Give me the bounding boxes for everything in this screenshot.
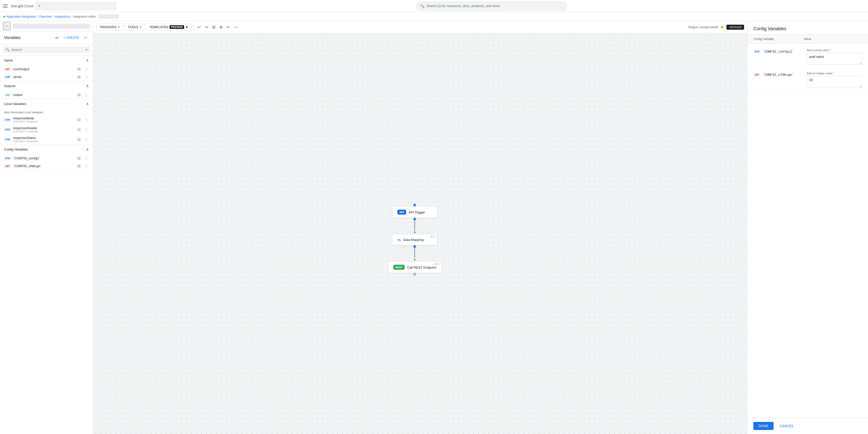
var-count: 0 (76, 93, 82, 97)
panel-title: Config Variables (747, 21, 868, 35)
config-rows: STR `CONFIG_confgi1` Add a string value … (747, 43, 868, 418)
tasks-button[interactable]: TASKS ▼ (124, 24, 145, 31)
data-mapping-icon: ⇆ (398, 237, 401, 242)
cancel-button[interactable]: CANCEL (777, 422, 797, 430)
type-badge-str: STR (4, 138, 11, 141)
var-menu-icon[interactable]: ⋮ (84, 67, 89, 71)
connector-arrow-icon: ▼ (413, 231, 416, 234)
toolbar-separator (194, 24, 194, 30)
var-name: numOutput (13, 67, 74, 71)
inputs-collapse-icon: ∧ (86, 58, 89, 63)
config-value-input-1[interactable]: asdf sdvm (807, 53, 862, 65)
node-connection-dot (413, 245, 416, 248)
search-input[interactable] (11, 48, 83, 52)
local-vars-section-header[interactable]: Local Variables ∧ (0, 99, 93, 109)
list-item: {J} output 0 ⋮ (0, 91, 93, 99)
type-badge-str: STR (4, 128, 11, 131)
sidebar-title: Variables (4, 35, 21, 40)
outputs-section-header[interactable]: Outputs ∧ (0, 81, 93, 91)
integration-name-placeholder (12, 24, 90, 29)
config-vars-label: Config Variables (4, 147, 28, 151)
transfer-icon[interactable]: ⇌ (54, 34, 59, 41)
region-label: Region: europe-west4 (688, 26, 718, 29)
auto-generated-label: Auto Generated Local Variables (0, 109, 93, 115)
templates-button[interactable]: TEMPLATES PREVIEW ▼ (146, 24, 191, 31)
create-variable-button[interactable]: + CREATE (61, 35, 81, 40)
sidebar: ← Variables ⇌ + CREATE ⊢ 🔍 ≡ Inputs (0, 21, 93, 434)
breadcrumb-app-integration[interactable]: Application Integration (6, 15, 36, 19)
config-value-input-2[interactable]: 10 (807, 76, 862, 88)
var-menu-icon[interactable]: ⋮ (84, 117, 89, 122)
breadcrumb-name (99, 14, 119, 19)
config-var-info-1: STR `CONFIG_confgi1` (753, 48, 804, 54)
collapse-sidebar-icon[interactable]: ⊢ (83, 34, 89, 41)
var-name: `CONFIG_sfdbcgn` (13, 164, 74, 168)
global-search-placeholder: Search (/) for resources, docs, products… (427, 4, 499, 8)
list-item: INT `CONFIG_sfdbcgn` 0 ⋮ (0, 162, 93, 170)
minus-button[interactable]: — (232, 24, 240, 31)
col-config-variable: Config Variable (753, 37, 804, 41)
search-input-wrap: 🔍 ≡ (3, 46, 90, 53)
rest-badge: REST (393, 265, 405, 270)
filter-icon[interactable]: ≡ (85, 48, 87, 52)
layout-button[interactable]: ⊞ (211, 23, 217, 31)
undo-button[interactable]: ↩ (196, 23, 202, 31)
type-badge-int: INT (4, 67, 11, 71)
back-button[interactable]: ← (3, 22, 10, 30)
api-trigger-node[interactable]: API API Trigger (392, 206, 437, 218)
inputs-section-header[interactable]: Inputs ∧ (0, 55, 93, 65)
breadcrumb: ◈ Application Integration / Overview / I… (0, 12, 868, 21)
type-badge-str: STR (4, 157, 11, 160)
connector-arrow-icon: ▼ (413, 258, 416, 262)
list-item: STR responseBody Call REST Endpoint 1 ⋮ (0, 115, 93, 125)
var-menu-icon[interactable]: ⋮ (84, 164, 89, 168)
var-name: responseBody (13, 116, 74, 120)
var-count: 0 (76, 67, 82, 71)
inputs-items: INT numOutput 0 ⋮ STR strVar 0 ⋮ (0, 65, 93, 81)
global-search[interactable]: 🔍 Search (/) for resources, docs, produc… (416, 1, 567, 10)
local-vars-collapse-icon: ∧ (86, 101, 89, 106)
config-variables-panel: Config Variables Config Variable Value S… (747, 21, 868, 434)
sidebar-search-area: 🔍 ≡ (0, 44, 93, 55)
project-search[interactable]: ▼ (35, 2, 116, 10)
canvas-background[interactable]: API API Trigger ▼ ID:2 ⇆ Data Mapping (93, 33, 747, 434)
rest-endpoint-node[interactable]: ID:4 REST Call REST Endpoint (388, 262, 441, 273)
var-count: 1 (76, 118, 82, 122)
var-count: 0 (76, 75, 82, 79)
breadcrumb-editor: Integration editor: (73, 15, 97, 19)
local-vars-label: Local Variables (4, 102, 26, 106)
done-button[interactable]: DONE (753, 422, 774, 430)
connector-line (414, 221, 415, 231)
data-mapping-label: Data Mapping (403, 238, 424, 242)
config-row-2: INT `CONFIG_sfdbcgn` Add an integer valu… (747, 69, 868, 92)
var-count: 1 (76, 138, 82, 141)
menu-icon[interactable] (3, 3, 9, 9)
list-item: INT numOutput 0 ⋮ (0, 65, 93, 73)
var-menu-icon[interactable]: ⋮ (84, 74, 89, 79)
breadcrumb-integrations[interactable]: Integrations (54, 15, 70, 19)
integration-name-bar: ← (0, 21, 93, 31)
zoom-button[interactable]: ⊕ (218, 23, 224, 31)
var-count: 1 (76, 128, 82, 131)
google-cloud-logo: Google Cloud (11, 4, 33, 8)
sidebar-actions: ⇌ + CREATE ⊢ (54, 34, 89, 41)
var-name: responseStatus (13, 136, 74, 140)
config-vars-section-header[interactable]: Config Variables ∧ (0, 144, 93, 154)
data-mapping-node[interactable]: ID:2 ⇆ Data Mapping (392, 234, 437, 245)
var-subtitle: Call REST Endpoint (13, 140, 74, 143)
toolbar-right: Region: europe-west4 VERSION (688, 25, 744, 30)
panel-actions: DONE CANCEL (747, 418, 868, 434)
redo-button[interactable]: ↪ (203, 23, 210, 31)
var-menu-icon[interactable]: ⋮ (84, 92, 89, 97)
triggers-button[interactable]: TRIGGERS ▼ (96, 24, 123, 31)
var-menu-icon[interactable]: ⋮ (84, 127, 89, 132)
var-count: 0 (76, 157, 82, 160)
var-menu-icon[interactable]: ⋮ (84, 137, 89, 142)
style-button[interactable]: ✏ (225, 23, 231, 31)
var-menu-icon[interactable]: ⋮ (84, 156, 89, 161)
var-subtitle: Call REST Endpoint (13, 130, 74, 133)
breadcrumb-overview[interactable]: Overview (39, 15, 52, 19)
flow-container: API API Trigger ▼ ID:2 ⇆ Data Mapping (388, 204, 441, 276)
bottom-connector (413, 273, 416, 276)
config-var-name-1: `CONFIG_confgi1` (763, 49, 794, 54)
